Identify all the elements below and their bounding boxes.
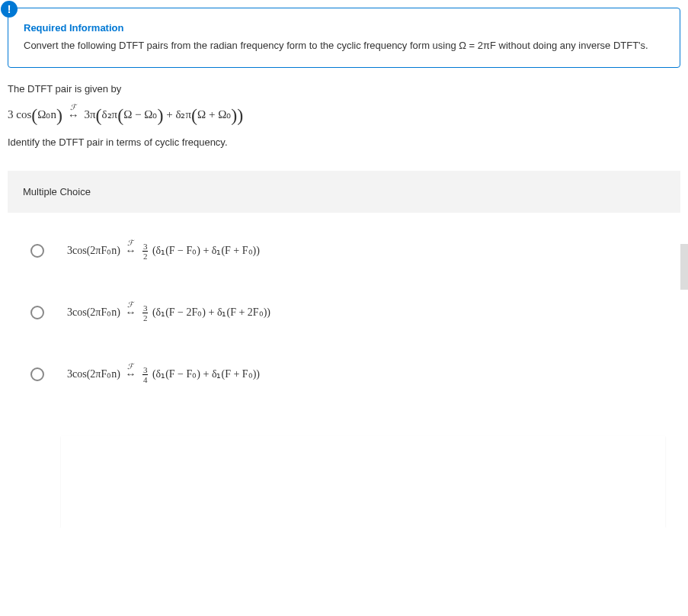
fourier-arrow-icon: ℱ↔ [68,109,79,122]
multiple-choice-header: Multiple Choice [8,171,680,213]
formula-arg: Ω₀n [37,107,56,120]
fourier-arrow-icon: ℱ↔ [125,368,136,380]
c1-frac: 32 [142,242,149,261]
c3-close: ) [256,367,260,379]
c2-num: 3 [142,303,149,313]
fourier-arrow-icon: ℱ↔ [125,245,136,257]
given-by-line: The DTFT pair is given by [8,83,680,95]
c2-d2: δ₁ [217,306,227,317]
c3-t1: F − F₀ [169,367,197,379]
c2-t1: F − 2F₀ [169,306,202,317]
c3-plus: + [200,367,212,379]
choice-list: 3cos(2πF₀n) ℱ↔ 32 (δ₁(F − F₀) + δ₁(F + F… [8,220,680,406]
c2-close: ) [267,306,270,317]
required-title: Required Information [24,22,664,34]
radio-option-1[interactable] [30,244,44,258]
c3-d2: δ₁ [212,367,222,379]
c2-d1: δ₁ [156,306,166,317]
c1-num: 3 [142,242,149,252]
radio-option-2[interactable] [30,306,44,319]
choice-formula-3: 3cos(2πF₀n) ℱ↔ 34 (δ₁(F − F₀) + δ₁(F + F… [67,365,260,384]
c2-den: 2 [142,313,149,322]
choice-row: 3cos(2πF₀n) ℱ↔ 32 (δ₁(F − F₀) + δ₁(F + F… [8,220,680,282]
required-description: Convert the following DTFT pairs from th… [24,38,664,53]
c2-t2: F + 2F₀ [230,306,263,317]
c3-num: 3 [142,365,149,375]
alert-icon: ! [1,1,18,18]
c3-d1: δ₁ [156,367,166,379]
term1: Ω − Ω₀ [123,107,157,120]
c3-frac: 34 [142,365,149,384]
plus: + [163,107,175,120]
delta1: δ₂π [101,107,117,120]
bottom-panel [61,436,665,528]
desc-prefix: Convert the following DTFT pairs from th… [24,40,459,51]
c1-arg: 2πF₀n [90,244,117,255]
fourier-arrow-icon: ℱ↔ [125,306,136,319]
term2: Ω + Ω₀ [197,107,231,120]
choice-formula-1: 3cos(2πF₀n) ℱ↔ 32 (δ₁(F − F₀) + δ₁(F + F… [67,242,260,261]
c2-arg: 2πF₀n [90,306,117,317]
c2-frac: 32 [142,303,149,322]
choice-row: 3cos(2πF₀n) ℱ↔ 32 (δ₁(F − 2F₀) + δ₁(F + … [8,282,680,344]
c1-lhs: 3cos [67,244,87,255]
mc-title: Multiple Choice [23,186,91,197]
delta2: δ₂π [175,107,191,120]
c1-body: (δ₁(F − F₀) + δ₁(F + F₀)) [152,244,260,255]
required-info-box: ! Required Information Convert the follo… [8,8,680,68]
choice-row: 3cos(2πF₀n) ℱ↔ 34 (δ₁(F − F₀) + δ₁(F + F… [8,344,680,406]
formula-lhs: 3 cos [8,107,31,120]
identify-line: Identify the DTFT pair in terms of cycli… [8,136,680,148]
choice-formula-2: 3cos(2πF₀n) ℱ↔ 32 (δ₁(F − 2F₀) + δ₁(F + … [67,303,270,322]
main-dtft-formula: 3 cos(Ω₀n) ℱ↔ 3π(δ₂π(Ω − Ω₀) + δ₂π(Ω + Ω… [8,105,680,126]
desc-omega: Ω = 2πF [459,40,496,51]
formula-rhs-lead: 3π [84,107,95,120]
radio-option-3[interactable] [30,367,44,381]
c2-plus: + [206,306,217,317]
scrollbar-indicator[interactable] [680,244,688,290]
c3-lhs: 3cos [67,367,87,379]
c3-den: 4 [142,375,149,384]
c1-den: 2 [142,252,149,261]
c3-arg: 2πF₀n [90,367,117,379]
desc-suffix: without doing any inverse DTFT's. [496,40,648,51]
c3-t2: F + F₀ [225,367,252,379]
c2-lhs: 3cos [67,306,87,317]
